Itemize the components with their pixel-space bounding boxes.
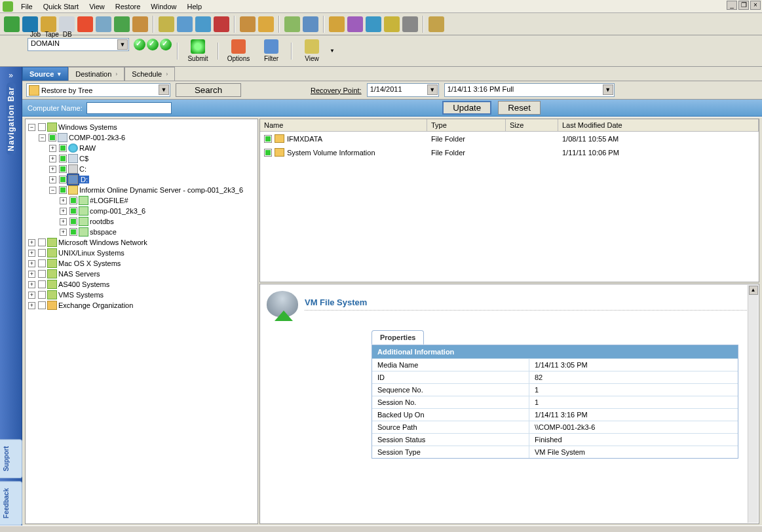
toolbar-icon-16[interactable]	[303, 16, 318, 32]
tree-checkbox[interactable]	[38, 249, 46, 257]
menu-restore[interactable]: Restore	[110, 1, 146, 12]
tree-expander[interactable]	[28, 239, 35, 246]
toolbar-icon-20[interactable]	[384, 16, 400, 32]
reset-button[interactable]: Reset	[498, 101, 541, 115]
tree-node-cshare[interactable]: C$	[79, 155, 88, 162]
filter-button[interactable]: Filter	[256, 39, 286, 62]
tree-checkbox[interactable]	[69, 218, 77, 225]
tree-expander[interactable]	[28, 260, 35, 267]
tree-expander[interactable]	[49, 176, 56, 183]
domain-dropdown[interactable]: DOMAIN ▼	[28, 38, 129, 51]
tree-expander[interactable]	[49, 145, 56, 152]
toolbar-icon-21[interactable]	[402, 16, 418, 32]
tree-checkbox[interactable]	[38, 280, 46, 288]
close-button[interactable]: ×	[750, 1, 761, 10]
tree-checkbox[interactable]	[69, 228, 77, 236]
toolbar-icon-2[interactable]	[22, 16, 38, 32]
options-button[interactable]: Options	[223, 39, 254, 62]
toolbar-icon-13[interactable]	[240, 16, 256, 32]
menu-help[interactable]: Help	[181, 1, 207, 12]
tree-node-mac[interactable]: Mac OS X Systems	[58, 259, 121, 267]
chevron-right-icon[interactable]: »	[9, 71, 13, 80]
tree-node-sbspace[interactable]: sbspace	[90, 228, 117, 236]
toolbar-icon-11[interactable]	[195, 16, 211, 32]
status-check-db[interactable]	[160, 39, 172, 50]
tree-node-as400[interactable]: AS400 Systems	[58, 280, 109, 288]
tree-checkbox[interactable]	[69, 207, 77, 215]
tree-checkbox[interactable]	[38, 291, 46, 299]
tree-checkbox[interactable]	[59, 165, 67, 173]
toolbar-icon-3[interactable]	[41, 16, 56, 32]
tree-node-informix[interactable]: Informix Online Dynamic Server - comp-00…	[79, 186, 243, 194]
toolbar-icon-9[interactable]	[159, 16, 174, 32]
restore-mode-dropdown[interactable]: Restore by Tree ▼	[26, 83, 170, 97]
tree-expander[interactable]	[28, 124, 35, 131]
tree-node-vms[interactable]: VMS Systems	[58, 291, 104, 299]
view-button[interactable]: View	[297, 39, 327, 62]
col-date[interactable]: Last Modified Date	[558, 119, 759, 131]
list-item[interactable]: IFMXDATA File Folder 1/08/11 10:55 AM	[260, 132, 759, 145]
col-name[interactable]: Name	[260, 119, 427, 131]
list-item[interactable]: System Volume Information File Folder 1/…	[260, 145, 759, 159]
scrollbar[interactable]: ▲	[748, 285, 758, 523]
tree-node-windows-systems[interactable]: Windows Systems	[58, 123, 117, 131]
menu-file[interactable]: File	[16, 1, 38, 12]
tree-node-comp2[interactable]: comp-001_2k3_6	[90, 207, 145, 215]
col-type[interactable]: Type	[427, 119, 506, 131]
tab-destination[interactable]: Destination ›	[68, 67, 124, 81]
tree-node-nas[interactable]: NAS Servers	[58, 270, 100, 278]
tree-expander[interactable]	[49, 187, 56, 194]
support-tab[interactable]: Support	[0, 439, 22, 478]
tree-node-rootdbs[interactable]: rootdbs	[90, 218, 114, 225]
tree-checkbox[interactable]	[69, 197, 77, 204]
menu-quickstart[interactable]: Quick Start	[38, 1, 84, 12]
toolbar-icon-1[interactable]	[4, 16, 20, 32]
toolbar-icon-6[interactable]	[96, 16, 111, 32]
recovery-date-dropdown[interactable]: 1/14/2011 ▼	[367, 83, 439, 97]
tree-node-d[interactable]: D:	[79, 176, 89, 183]
tree-checkbox[interactable]	[59, 155, 67, 162]
toolbar-icon-15[interactable]	[284, 16, 300, 32]
recovery-session-dropdown[interactable]: 1/14/11 3:16 PM Full ▼	[444, 83, 615, 97]
tab-source[interactable]: Source ▾	[22, 67, 68, 81]
tree-expander[interactable]	[39, 134, 46, 142]
tree-node-msnet[interactable]: Microsoft Windows Network	[58, 238, 147, 246]
tree-expander[interactable]	[28, 250, 35, 257]
tree-checkbox[interactable]	[38, 259, 46, 267]
tree-checkbox[interactable]	[59, 186, 67, 194]
source-tree[interactable]: Windows Systems COMP-001-2k3-6 RAW C$ C:…	[25, 119, 258, 524]
toolbar-icon-4[interactable]	[59, 16, 75, 32]
tree-expander[interactable]	[49, 166, 56, 173]
tab-schedule[interactable]: Schedule ›	[124, 67, 175, 81]
search-button[interactable]: Search	[176, 83, 241, 97]
col-size[interactable]: Size	[506, 119, 558, 131]
tree-expander[interactable]	[49, 155, 56, 162]
toolbar-icon-19[interactable]	[366, 16, 381, 32]
status-check-job[interactable]	[134, 39, 145, 50]
tree-expander[interactable]	[60, 208, 67, 215]
tree-expander[interactable]	[28, 292, 35, 299]
tree-expander[interactable]	[60, 218, 67, 225]
menu-window[interactable]: Window	[145, 1, 181, 12]
tree-node-raw[interactable]: RAW	[79, 144, 96, 152]
tree-expander[interactable]	[28, 271, 35, 278]
menu-view[interactable]: View	[84, 1, 110, 12]
tree-checkbox[interactable]	[38, 123, 46, 131]
tree-checkbox[interactable]	[38, 301, 46, 309]
toolbar-icon-5[interactable]	[77, 16, 93, 32]
feedback-tab[interactable]: Feedback	[0, 481, 22, 525]
update-button[interactable]: Update	[442, 101, 491, 115]
toolbar-icon-17[interactable]	[329, 16, 345, 32]
list-checkbox[interactable]	[264, 135, 272, 143]
toolbar-icon-14[interactable]	[258, 16, 274, 32]
toolbar-icon-8[interactable]	[132, 16, 148, 32]
submit-button[interactable]: Submit	[183, 39, 213, 62]
tree-expander[interactable]	[60, 197, 67, 204]
tree-checkbox[interactable]	[38, 270, 46, 278]
tree-node-exchange[interactable]: Exchange Organization	[58, 301, 133, 309]
toolbar-icon-22[interactable]	[429, 16, 444, 32]
view-dropdown-arrow-icon[interactable]: ▼	[330, 48, 335, 54]
tree-checkbox[interactable]	[59, 176, 67, 183]
tree-node-unix[interactable]: UNIX/Linux Systems	[58, 249, 124, 257]
tree-expander[interactable]	[28, 302, 35, 309]
